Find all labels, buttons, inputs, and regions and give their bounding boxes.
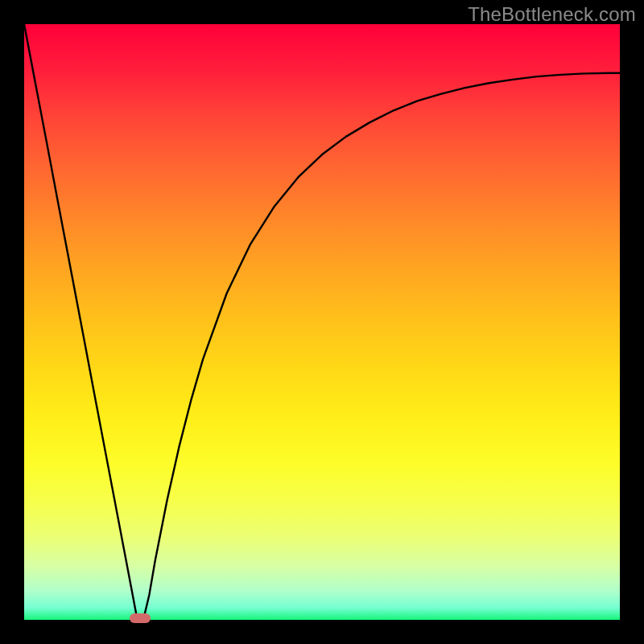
bottleneck-curve (24, 24, 620, 620)
attribution-text: TheBottleneck.com (468, 3, 636, 26)
optimum-marker (130, 613, 151, 623)
plot-area (24, 24, 620, 620)
chart-frame: TheBottleneck.com (0, 0, 644, 644)
curve-svg (24, 24, 620, 620)
